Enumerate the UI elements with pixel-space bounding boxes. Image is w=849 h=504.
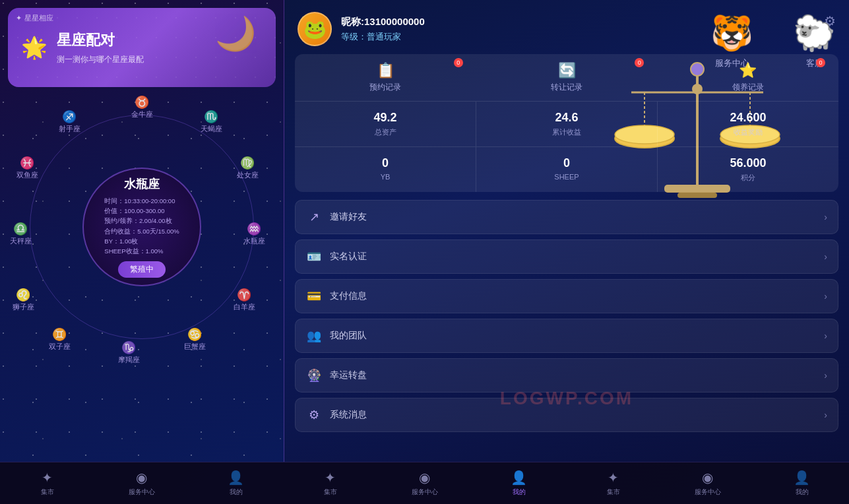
nav-mine-2[interactable]: 👤 我的 (472, 462, 566, 504)
zodiac-item-shizi[interactable]: ♌ 狮子座 (13, 288, 34, 312)
spin-icon: 🎡 (306, 368, 322, 383)
zodiac-item-tianping[interactable]: ♎ 天秤座 (10, 222, 32, 246)
spin-arrow: › (824, 370, 827, 381)
zodiac-item-shuangyu[interactable]: ♓ 双鱼座 (16, 156, 38, 180)
stat-accumulated-income: 24.6 累计收益 (476, 102, 658, 146)
tab-reservation[interactable]: 0 📋 预约记录 (295, 54, 476, 101)
payment-icon: 💳 (306, 289, 322, 303)
invite-icon: ↗ (306, 210, 322, 224)
banner-subtitle: 测一测你与哪个星座最配 (57, 54, 144, 65)
nav-service-2[interactable]: ◉ 服务中心 (377, 462, 472, 504)
watermark: LOGWP.COM (500, 388, 633, 409)
stats-container: 0 📋 预约记录 0 🔄 转让记录 0 ⭐ 领养记录 49.2 (295, 54, 838, 192)
message-arrow: › (824, 410, 827, 420)
bottom-navigation: ✦ 集市 ◉ 服务中心 👤 我的 ✦ 集市 ◉ 服务中心 👤 我的 ✦ 集市 (0, 462, 849, 504)
nav-section-1: ✦ 集市 ◉ 服务中心 👤 我的 (0, 462, 283, 504)
nav-mine-1[interactable]: 👤 我的 (189, 462, 283, 504)
reservation-badge: 0 (454, 58, 463, 67)
stat-sheep: 0 SHEEP (476, 147, 658, 192)
zodiac-center: 水瓶座 时间：10:33:00-20:00:00 价值：100.00-300.0… (82, 168, 201, 286)
stat-yb: 0 YB (295, 147, 476, 192)
nav-market-2[interactable]: ✦ 集市 (283, 462, 377, 504)
zodiac-item-shuiping[interactable]: ♒ 水瓶座 (243, 222, 265, 246)
zodiac-center-title: 水瓶座 (124, 176, 160, 192)
profile-name: 昵称:13100000000 (341, 16, 425, 28)
horoscope-banner[interactable]: ✦ 星星相应 🌟 星座配对 测一测你与哪个星座最配 🌙 (8, 8, 276, 87)
zodiac-item-baiy[interactable]: ♈ 白羊座 (234, 288, 255, 312)
spin-label: 幸运转盘 (330, 369, 816, 381)
svg-rect-2 (677, 193, 717, 198)
adopt-badge: 0 (816, 58, 825, 67)
tab-transfer[interactable]: 0 🔄 转让记录 (476, 54, 658, 101)
reservation-icon: 📋 (377, 62, 394, 79)
banner-icon: 🌟 (21, 35, 47, 60)
zodiac-item-tianshe[interactable]: ♏ 天蝎座 (201, 110, 222, 134)
avatar: 🐸 (298, 12, 332, 46)
zodiac-wheel: ♉ 金牛座 ♏ 天蝎座 ♍ 处女座 ♒ 水瓶座 ♈ 白羊座 (16, 95, 267, 359)
team-label: 我的团队 (330, 330, 816, 342)
zodiac-item-jinshu[interactable]: ♉ 金牛座 (131, 95, 153, 119)
stats-row-2: 0 YB 0 SHEEP 56.000 积分 (295, 146, 838, 192)
stat-income-reward: 24.600 收益奖励 (658, 102, 838, 146)
team-icon: 👥 (306, 329, 322, 343)
zodiac-item-sheshou[interactable]: ♐ 射手座 (59, 110, 80, 134)
zodiac-item-mojie[interactable]: ♑ 摩羯座 (118, 340, 140, 365)
reservation-label: 预约记录 (369, 82, 401, 93)
payment-label: 支付信息 (330, 290, 816, 302)
banner-top-label: ✦ 星星相应 (16, 13, 53, 23)
left-panel: ✦ 星星相应 🌟 星座配对 测一测你与哪个星座最配 🌙 ♉ 金牛座 ♏ (0, 0, 284, 462)
payment-arrow: › (824, 291, 827, 301)
menu-real-name[interactable]: 🪪 实名认证 › (295, 239, 838, 274)
team-arrow: › (824, 331, 827, 341)
adopt-icon: ⭐ (739, 62, 757, 79)
stats-tabs: 0 📋 预约记录 0 🔄 转让记录 0 ⭐ 领养记录 (295, 54, 838, 102)
banner-title: 星座配对 (57, 30, 144, 50)
profile-info: 昵称:13100000000 等级：普通玩家 (341, 16, 425, 43)
nav-market-3[interactable]: ✦ 集市 (566, 462, 660, 504)
stat-total-assets: 49.2 总资产 (295, 102, 476, 146)
banner-text: 星座配对 测一测你与哪个星座最配 (57, 30, 144, 65)
nav-section-2: ✦ 集市 ◉ 服务中心 👤 我的 (283, 462, 566, 504)
profile-level: 等级：普通玩家 (341, 31, 425, 43)
realname-icon: 🪪 (306, 249, 322, 264)
invite-label: 邀请好友 (330, 211, 816, 223)
menu-payment[interactable]: 💳 支付信息 › (295, 279, 838, 313)
zodiac-center-details: 时间：10:33:00-20:00:00 价值：100.00-300.00 预约… (104, 196, 179, 256)
banner-moon-icon: 🌙 (215, 15, 256, 53)
transfer-label: 转让记录 (551, 82, 582, 93)
adopt-label: 领养记录 (732, 82, 764, 93)
invite-arrow: › (824, 212, 827, 222)
menu-invite-friends[interactable]: ↗ 邀请好友 › (295, 200, 838, 234)
stats-row-1: 49.2 总资产 24.6 累计收益 24.600 收益奖励 (295, 102, 838, 146)
transfer-icon: 🔄 (558, 62, 576, 79)
stat-points: 56.000 积分 (658, 147, 838, 192)
nav-market-1[interactable]: ✦ 集市 (0, 462, 94, 504)
transfer-badge: 0 (635, 58, 644, 67)
realname-arrow: › (824, 251, 827, 262)
zodiac-item-juxie[interactable]: ♋ 巨蟹座 (184, 327, 206, 352)
realname-label: 实名认证 (330, 251, 816, 263)
menu-my-team[interactable]: 👥 我的团队 › (295, 319, 838, 353)
message-icon: ⚙ (306, 408, 322, 422)
zodiac-item-shuangzi[interactable]: ♊ 双子座 (49, 327, 71, 352)
nav-service-1[interactable]: ◉ 服务中心 (94, 462, 189, 504)
message-label: 系统消息 (330, 409, 816, 421)
nav-service-3[interactable]: ◉ 服务中心 (660, 462, 755, 504)
nav-section-3: ✦ 集市 ◉ 服务中心 👤 我的 (566, 462, 849, 504)
nav-mine-3[interactable]: 👤 我的 (755, 462, 849, 504)
tab-adopt[interactable]: 0 ⭐ 领养记录 (657, 54, 838, 101)
zodiac-item-chunu[interactable]: ♍ 处女座 (237, 156, 259, 180)
right-panel: ⚙ 🐸 昵称:13100000000 等级：普通玩家 🐯 服务中心 🐑 (284, 0, 849, 462)
breed-button[interactable]: 繁殖中 (118, 261, 166, 278)
